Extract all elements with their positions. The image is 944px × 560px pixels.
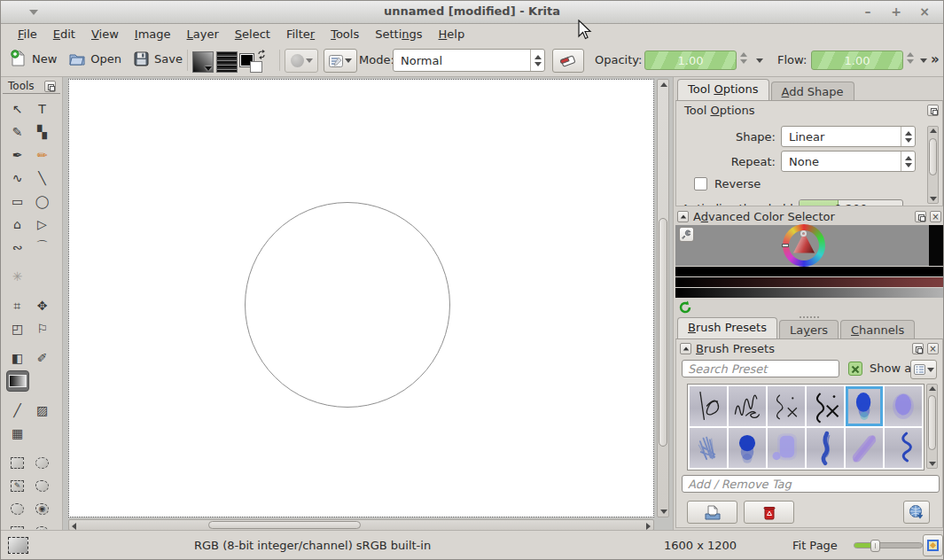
- magnetic-select-tool[interactable]: ◉: [31, 498, 54, 519]
- flow-dropdown-button[interactable]: [917, 51, 931, 69]
- brush-preset-soft-purple-rect[interactable]: [768, 428, 805, 468]
- close-button[interactable]: ×: [915, 4, 934, 19]
- opacity-dropdown-button[interactable]: [753, 51, 767, 69]
- menu-view[interactable]: View: [83, 26, 127, 43]
- calligraphy-tool[interactable]: ✒: [6, 144, 29, 166]
- scroll-right-icon[interactable]: [646, 523, 651, 530]
- reverse-checkbox[interactable]: [694, 177, 707, 191]
- crop-tool[interactable]: ⌗: [6, 295, 29, 316]
- paint-select-tool[interactable]: ✎: [6, 475, 29, 496]
- tag-input[interactable]: [682, 475, 940, 493]
- save-button[interactable]: Save: [129, 48, 186, 70]
- line-tool[interactable]: ╲: [31, 167, 54, 189]
- polyline-tool[interactable]: ▷: [31, 214, 54, 235]
- fill-tool[interactable]: ◧: [6, 347, 29, 369]
- scroll-down-icon[interactable]: [929, 462, 936, 466]
- select-shapes-tool[interactable]: ↖: [6, 98, 29, 120]
- scroll-thumb[interactable]: [929, 138, 937, 175]
- collapse-docker-icon[interactable]: [680, 343, 691, 354]
- shape-combobox[interactable]: Linear: [781, 126, 916, 147]
- rectangular-select-tool[interactable]: [6, 452, 29, 473]
- brush-preset-pencil-zigzag-bold[interactable]: [807, 386, 844, 426]
- brush-preset-soft-blue-blob[interactable]: [846, 386, 883, 426]
- freehand-select-tool[interactable]: [31, 475, 54, 496]
- brush-preset-blue-chalk[interactable]: [690, 428, 727, 468]
- polygon-tool[interactable]: ⌂: [6, 214, 29, 235]
- float-docker-icon[interactable]: [44, 81, 56, 92]
- float-docker-icon[interactable]: [927, 105, 939, 116]
- brush-preset-chooser-button[interactable]: [285, 49, 318, 73]
- zoom-slider[interactable]: [854, 542, 923, 548]
- tab-channels[interactable]: Channels: [840, 320, 915, 338]
- edit-shapes-tool[interactable]: ✎: [6, 121, 29, 143]
- tab-tool-options[interactable]: Tool Options: [677, 79, 769, 100]
- perspective-grid-tool[interactable]: ▨: [31, 400, 54, 421]
- brush-preset-ink-scribbles[interactable]: [729, 386, 766, 426]
- brush-preset-soft-diagonal-stroke[interactable]: [846, 428, 883, 468]
- clear-search-button[interactable]: [848, 362, 862, 376]
- open-button[interactable]: Open: [65, 47, 125, 70]
- artistic-stamp-tool[interactable]: ✏: [31, 144, 54, 166]
- brush-preset-pencil-zigzag[interactable]: [768, 386, 805, 426]
- scroll-up-icon[interactable]: [660, 82, 667, 87]
- color-picker-tool[interactable]: ✐: [31, 347, 54, 369]
- freehand-brush-tool[interactable]: ∿: [6, 167, 29, 189]
- menu-filter[interactable]: Filter: [278, 26, 323, 43]
- menu-select[interactable]: Select: [227, 26, 278, 43]
- scroll-down-icon[interactable]: [660, 509, 667, 514]
- search-preset-input[interactable]: [682, 360, 839, 377]
- gradient-tool[interactable]: [6, 370, 29, 392]
- blending-mode-combobox[interactable]: Normal: [393, 49, 545, 72]
- flow-slider[interactable]: 1.00: [811, 51, 903, 70]
- menu-image[interactable]: Image: [127, 26, 179, 43]
- close-docker-icon[interactable]: ×: [930, 211, 941, 222]
- vertical-scroll-thumb[interactable]: [659, 218, 667, 447]
- elliptical-select-tool[interactable]: [31, 452, 54, 473]
- canvas[interactable]: [68, 79, 654, 517]
- menu-tools[interactable]: Tools: [323, 26, 367, 43]
- brush-preset-round-blue-blob[interactable]: [729, 428, 766, 468]
- rectangle-tool[interactable]: ▭: [6, 191, 29, 212]
- tab-layers[interactable]: Layers: [779, 320, 839, 338]
- import-resource-button[interactable]: [687, 501, 737, 524]
- view-mode-button[interactable]: [910, 360, 937, 379]
- tab-brush-presets[interactable]: Brush Presets: [677, 317, 777, 338]
- scroll-up-icon[interactable]: [929, 386, 936, 391]
- color-selector-area[interactable]: [675, 225, 943, 266]
- menu-edit[interactable]: Edit: [45, 26, 83, 43]
- repeat-combobox[interactable]: None: [781, 151, 916, 172]
- zoom-slider-handle[interactable]: [870, 540, 880, 552]
- freehand-path-tool[interactable]: ⌒: [31, 237, 54, 258]
- scroll-left-icon[interactable]: [72, 523, 76, 530]
- flow-spinners[interactable]: [907, 52, 914, 64]
- shade-strip-3[interactable]: [675, 288, 943, 298]
- tool-options-scrollbar[interactable]: [927, 126, 939, 204]
- menu-settings[interactable]: Settings: [367, 26, 430, 43]
- toolbar-overflow-button[interactable]: »: [931, 51, 940, 67]
- new-button[interactable]: New: [6, 47, 60, 70]
- brush-preset-rough-blue-stroke[interactable]: [807, 428, 844, 468]
- scroll-up-icon[interactable]: [930, 128, 937, 133]
- canvas-only-mode-button[interactable]: [923, 534, 943, 556]
- ellipse-tool[interactable]: ◯: [31, 191, 54, 212]
- measure-tool[interactable]: ╱: [6, 400, 29, 421]
- shade-strip-1[interactable]: [675, 267, 943, 276]
- canvas-vertical-scrollbar[interactable]: [657, 79, 669, 517]
- text-tool[interactable]: T: [31, 98, 54, 120]
- menu-file[interactable]: File: [10, 26, 45, 43]
- combo-spinners[interactable]: [530, 50, 544, 71]
- close-docker-icon[interactable]: ×: [927, 343, 939, 354]
- fuzzy-select-tool[interactable]: [6, 498, 29, 519]
- maximize-button[interactable]: +: [886, 4, 906, 19]
- refresh-colors-button[interactable]: [677, 299, 692, 315]
- gradient-chooser-swatch[interactable]: [192, 51, 214, 73]
- tab-add-shape[interactable]: Add Shape: [771, 82, 854, 100]
- opacity-spinners[interactable]: [740, 52, 747, 64]
- bezier-curve-tool[interactable]: ∾: [6, 237, 29, 258]
- brush-preset-wavy-blue-stroke[interactable]: [885, 428, 922, 468]
- menu-help[interactable]: Help: [431, 26, 473, 43]
- pattern-chooser-swatch[interactable]: [216, 51, 238, 73]
- foreground-background-colors[interactable]: [240, 50, 267, 74]
- delete-resource-button[interactable]: [744, 501, 794, 524]
- preset-grid-scrollbar[interactable]: [926, 384, 938, 469]
